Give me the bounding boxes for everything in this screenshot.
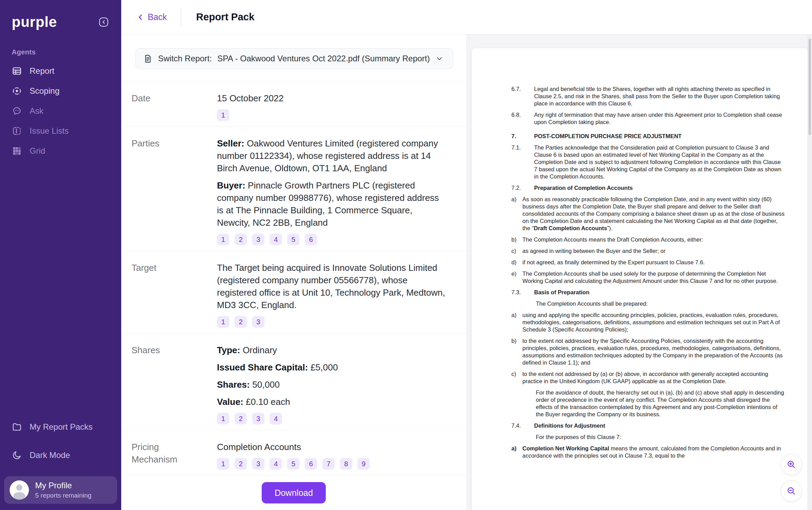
doc-clause-number: a) <box>511 312 522 333</box>
back-chevron-icon <box>136 13 145 21</box>
switch-report-dropdown[interactable]: Switch Report: SPA - Oakwood Ventures Oc… <box>135 48 453 69</box>
source-ref-badge[interactable]: 1 <box>217 458 229 470</box>
sidebar-item-dark-mode[interactable]: Dark Mode <box>12 445 110 466</box>
header-divider <box>181 8 181 27</box>
doc-clause-text: As soon as reasonably practicable follow… <box>522 196 785 232</box>
source-ref-badge[interactable]: 4 <box>270 413 282 425</box>
doc-paragraph: For the purposes of this Clause 7: <box>536 434 785 441</box>
report-summary-panel: Switch Report: SPA - Oakwood Ventures Oc… <box>121 34 467 510</box>
doc-letter: d)if not agreed, as finally determined b… <box>511 259 787 266</box>
sidebar: purple Agents ReportScopingAskIssue List… <box>0 0 121 510</box>
doc-clause-number: e) <box>511 270 522 285</box>
summary-section-value: The Target being acquired is Innovate So… <box>217 262 447 328</box>
source-refs: 1234 <box>217 413 447 425</box>
source-ref-badge[interactable]: 1 <box>217 316 229 328</box>
download-button[interactable]: Download <box>262 482 326 503</box>
summary-paragraph: Shares: 50,000 <box>217 378 447 391</box>
doc-subheading: 7.3.Basis of Preparation <box>511 289 787 296</box>
source-ref-badge[interactable]: 6 <box>305 234 317 245</box>
doc-clause-text: as agreed in writing between the Buyer a… <box>522 247 666 255</box>
doc-clause-number: 7.3. <box>511 289 534 296</box>
source-ref-badge[interactable]: 6 <box>305 458 317 470</box>
summary-section-value: 15 October 20221 <box>217 92 447 121</box>
source-ref-badge[interactable]: 5 <box>287 458 300 470</box>
doc-subheading: 7.2.Preparation of Completion Accounts <box>511 184 787 192</box>
sidebar-item-ask[interactable]: Ask <box>0 101 121 121</box>
doc-letter: a)As soon as reasonably practicable foll… <box>511 196 787 232</box>
source-ref-badge[interactable]: 2 <box>235 316 247 328</box>
doc-clause-text: Any right of termination that may have a… <box>534 111 785 126</box>
source-ref-badge[interactable]: 3 <box>252 316 264 328</box>
pdf-preview-panel: 6.7.Legal and beneficial title to the Sh… <box>467 34 812 510</box>
source-refs: 123456789 <box>217 458 447 470</box>
summary-section-value: Seller: Oakwood Ventures Limited (regist… <box>217 137 447 245</box>
folder-icon <box>12 422 22 432</box>
source-ref-badge[interactable]: 1 <box>217 413 229 425</box>
doc-letter: e)The Completion Accounts shall be used … <box>511 270 787 285</box>
source-ref-badge[interactable]: 1 <box>217 109 229 121</box>
source-ref-badge[interactable]: 4 <box>270 458 282 470</box>
profile-name: My Profile <box>35 481 92 490</box>
summary-paragraph: 15 October 2022 <box>217 92 447 104</box>
sidebar-item-label: Scoping <box>30 86 60 96</box>
pdf-scrollbar-thumb[interactable] <box>809 39 811 135</box>
source-ref-badge[interactable]: 3 <box>252 234 264 245</box>
collapse-sidebar-icon[interactable] <box>98 16 110 28</box>
my-profile-card[interactable]: My Profile 5 reports remaining <box>4 476 117 504</box>
zoom-out-icon <box>786 486 797 497</box>
sidebar-item-my-report-packs[interactable]: My Report Packs <box>12 416 110 438</box>
doc-clause-text: using and applying the specific accounti… <box>522 312 785 333</box>
sidebar-item-label: Issue Lists <box>30 126 69 136</box>
source-ref-badge[interactable]: 1 <box>217 234 229 245</box>
source-ref-badge[interactable]: 2 <box>235 234 247 245</box>
zoom-in-button[interactable] <box>781 454 802 475</box>
summary-section-label: Date <box>132 92 150 104</box>
summary-section-value: Completion Accounts123456789 <box>217 441 447 470</box>
header: Back Report Pack <box>121 0 812 34</box>
doc-clause-number: 6.7. <box>511 85 534 107</box>
doc-clause-number: 7.4. <box>511 422 534 429</box>
source-ref-badge[interactable]: 3 <box>252 413 264 425</box>
doc-clause-text: The Parties acknowledge that the Conside… <box>534 144 785 180</box>
doc-subheading: 7.4.Definitions for Adjustment <box>511 422 787 429</box>
doc-clause-text: if not agreed, as finally determined by … <box>522 259 705 266</box>
source-ref-badge[interactable]: 5 <box>287 234 300 245</box>
ask-chat-icon <box>12 106 22 116</box>
doc-clause-text: Completion Net Working Capital means the… <box>522 445 785 459</box>
pdf-scrollbar[interactable] <box>808 34 812 510</box>
doc-clause-number: d) <box>511 259 522 266</box>
grid-icon <box>12 146 22 156</box>
sidebar-item-scoping[interactable]: Scoping <box>0 81 121 101</box>
source-ref-badge[interactable]: 2 <box>235 458 247 470</box>
doc-clause-number: a) <box>511 445 522 459</box>
profile-reports-remaining: 5 reports remaining <box>35 492 92 499</box>
doc-clause-text: Legal and beneficial title to the Shares… <box>534 85 785 107</box>
doc-clause-text: to the extent not addressed by (a) or (b… <box>522 370 785 385</box>
back-button[interactable]: Back <box>136 12 167 22</box>
doc-clause-text: The Completion Accounts means the Draft … <box>522 236 703 243</box>
doc-clause-number: 6.8. <box>511 111 534 126</box>
sidebar-item-issue-lists[interactable]: Issue Lists <box>0 121 121 141</box>
source-ref-badge[interactable]: 3 <box>252 458 264 470</box>
source-refs: 123456 <box>217 234 447 245</box>
source-ref-badge[interactable]: 8 <box>340 458 352 470</box>
summary-section-label: Shares <box>132 344 160 356</box>
sidebar-item-label: Ask <box>30 106 43 116</box>
summary-section-target: TargetThe Target being acquired is Innov… <box>121 251 466 333</box>
doc-clause-text: Preparation of Completion Accounts <box>534 184 633 192</box>
switch-report-prefix: Switch Report: <box>158 54 212 63</box>
source-ref-badge[interactable]: 4 <box>270 234 282 245</box>
source-ref-badge[interactable]: 9 <box>357 458 370 470</box>
zoom-out-button[interactable] <box>781 480 802 502</box>
sidebar-item-report[interactable]: Report <box>0 61 121 81</box>
source-ref-badge[interactable]: 7 <box>322 458 335 470</box>
summary-section-label: Target <box>132 262 156 274</box>
summary-paragraph: The Target being acquired is Innovate So… <box>217 262 447 311</box>
sidebar-item-grid[interactable]: Grid <box>0 141 121 161</box>
source-ref-badge[interactable]: 2 <box>235 413 247 425</box>
doc-clause-text: POST-COMPLETION PURCHASE PRICE ADJUSTMEN… <box>534 133 681 140</box>
doc-clause-number: c) <box>511 370 522 385</box>
back-label: Back <box>148 12 167 22</box>
switch-report-value: SPA - Oakwood Ventures Oct 2022.pdf (Sum… <box>217 54 429 63</box>
avatar <box>10 480 29 500</box>
